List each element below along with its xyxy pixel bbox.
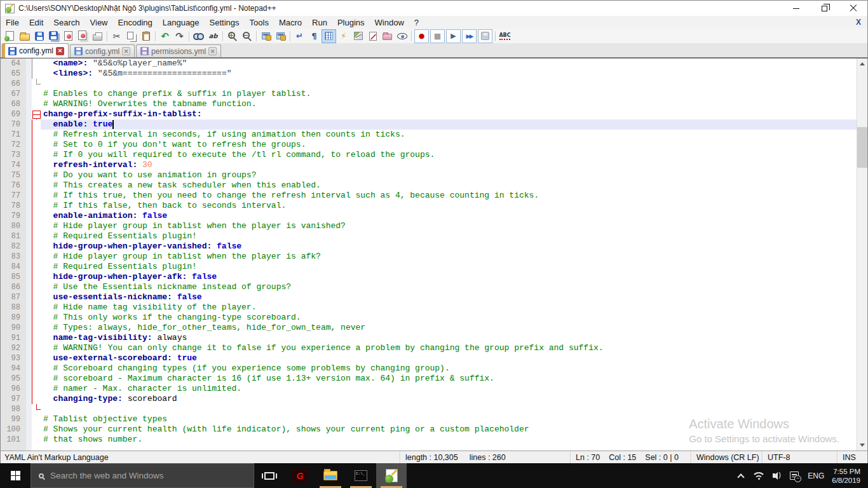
fold-margin[interactable] <box>32 140 41 150</box>
paste-button[interactable] <box>139 29 153 43</box>
line-number[interactable]: 90 <box>1 323 26 333</box>
bookmark-margin[interactable] <box>26 140 32 150</box>
bookmark-margin[interactable] <box>26 302 32 313</box>
line-number[interactable]: 93 <box>1 353 26 363</box>
line-number[interactable]: 100 <box>1 424 26 435</box>
line-number[interactable]: 101 <box>1 435 26 445</box>
fold-margin[interactable] <box>32 79 41 89</box>
fold-margin[interactable] <box>32 404 41 414</box>
fold-margin[interactable] <box>32 241 41 252</box>
bookmark-margin[interactable] <box>26 211 32 221</box>
bookmark-margin[interactable] <box>26 272 32 282</box>
fold-margin[interactable] <box>32 323 41 333</box>
line-number[interactable]: 84 <box>1 262 26 272</box>
line-number[interactable]: 64 <box>1 58 26 69</box>
bookmark-margin[interactable] <box>26 252 32 262</box>
line-number[interactable]: 67 <box>1 89 26 99</box>
editor[interactable]: 64 <name>: "&5&o%player_name%"65 <lines>… <box>1 58 857 451</box>
code-text[interactable] <box>41 79 857 89</box>
code-text[interactable]: change-prefix-suffix-in-tablist: <box>41 109 857 119</box>
line-number[interactable]: 76 <box>1 180 26 191</box>
bookmark-margin[interactable] <box>26 231 32 241</box>
replace-button[interactable]: ab <box>206 29 220 43</box>
code-text[interactable]: # Scoreboard changing types (if you expe… <box>41 363 857 374</box>
line-number[interactable]: 89 <box>1 313 26 323</box>
fold-margin[interactable] <box>32 89 41 99</box>
code-text[interactable]: # WARNING! You can only change it to fal… <box>41 343 857 353</box>
fold-margin[interactable] <box>32 130 41 140</box>
bookmark-margin[interactable] <box>26 353 32 363</box>
menu-item-help[interactable]: ? <box>409 17 424 29</box>
bookmark-margin[interactable] <box>26 363 32 374</box>
menu-item-encoding[interactable]: Encoding <box>113 17 158 29</box>
line-number[interactable]: 78 <box>1 201 26 211</box>
code-text[interactable]: refresh-interval: 30 <box>41 160 857 170</box>
bookmark-margin[interactable] <box>26 374 32 384</box>
bookmark-margin[interactable] <box>26 69 32 79</box>
fold-margin[interactable] <box>32 272 41 282</box>
function-list-button[interactable]: ⚡ <box>336 29 351 43</box>
line-number[interactable]: 88 <box>1 302 26 313</box>
fold-margin[interactable] <box>32 180 41 191</box>
code-text[interactable]: # Do you want to use animation in groups… <box>41 170 857 180</box>
tab-close-icon[interactable]: ✕ <box>122 47 130 55</box>
restore-button[interactable] <box>810 1 839 16</box>
line-number[interactable]: 69 <box>1 109 26 119</box>
menu-item-macro[interactable]: Macro <box>274 17 307 29</box>
bookmark-margin[interactable] <box>26 333 32 343</box>
record-macro-button[interactable]: ● <box>414 29 429 43</box>
redo-button[interactable]: ↷ <box>172 29 187 43</box>
menu-item-window[interactable]: Window <box>370 17 409 29</box>
line-number[interactable]: 86 <box>1 282 26 292</box>
bookmark-margin[interactable] <box>26 343 32 353</box>
bookmark-margin[interactable] <box>26 241 32 252</box>
bookmark-margin[interactable] <box>26 160 32 170</box>
fold-margin[interactable] <box>32 201 41 211</box>
bookmark-margin[interactable] <box>26 119 32 130</box>
taskbar-notepadpp[interactable] <box>376 463 407 488</box>
code-text[interactable]: # Enables to change prefix & suffix in p… <box>41 89 857 99</box>
bookmark-margin[interactable] <box>26 384 32 394</box>
language-indicator[interactable]: ENG <box>804 471 828 480</box>
code-text[interactable]: # Hide name tag visibility of the player… <box>41 302 857 313</box>
sync-horizontal-button[interactable] <box>273 29 288 43</box>
save-button[interactable] <box>32 29 46 43</box>
line-number[interactable]: 85 <box>1 272 26 282</box>
code-text[interactable]: # Tablist objective types <box>41 414 857 424</box>
fold-margin[interactable] <box>32 150 41 160</box>
code-text[interactable]: # Required Essentials plugin! <box>41 262 857 272</box>
bookmark-margin[interactable] <box>26 424 32 435</box>
fold-margin[interactable] <box>32 160 41 170</box>
line-number[interactable]: 74 <box>1 160 26 170</box>
scrollbar-thumb[interactable] <box>857 127 867 168</box>
menu-item-edit[interactable]: Edit <box>24 17 48 29</box>
code-text[interactable]: # If this true, then you need to change … <box>41 191 857 201</box>
scroll-down-button[interactable] <box>857 440 867 451</box>
line-number[interactable]: 73 <box>1 150 26 160</box>
tab-config-yml[interactable]: config.yml✕ <box>70 44 135 57</box>
menu-item-view[interactable]: View <box>85 17 113 29</box>
bookmark-margin[interactable] <box>26 79 32 89</box>
taskbar-file-explorer[interactable] <box>315 463 346 488</box>
code-text[interactable]: # scoreboard - Maximum character is 16 (… <box>41 374 857 384</box>
taskbar-garena[interactable]: G <box>285 463 315 488</box>
fold-margin[interactable] <box>32 262 41 272</box>
bookmark-margin[interactable] <box>26 58 32 69</box>
copy-button[interactable] <box>124 29 139 43</box>
bookmark-margin[interactable] <box>26 394 32 404</box>
line-number[interactable]: 81 <box>1 231 26 241</box>
close-button[interactable] <box>61 29 76 43</box>
bookmark-margin[interactable] <box>26 130 32 140</box>
taskbar-clock[interactable]: 7:55 PM 6/8/2019 <box>829 467 867 485</box>
code-text[interactable]: # namer - Max. character is unlimited. <box>41 384 857 394</box>
line-number[interactable]: 77 <box>1 191 26 201</box>
bookmark-margin[interactable] <box>26 150 32 160</box>
code-text[interactable]: # If 0 you will required to execute the … <box>41 150 857 160</box>
menu-item-settings[interactable]: Settings <box>205 17 245 29</box>
code-text[interactable]: hide-group-when-player-vanished: false <box>41 241 857 252</box>
line-number[interactable]: 75 <box>1 170 26 180</box>
code-text[interactable] <box>41 404 857 414</box>
folder-as-workspace-button[interactable] <box>380 29 395 43</box>
fold-margin[interactable] <box>32 435 41 445</box>
fold-margin[interactable] <box>32 343 41 353</box>
